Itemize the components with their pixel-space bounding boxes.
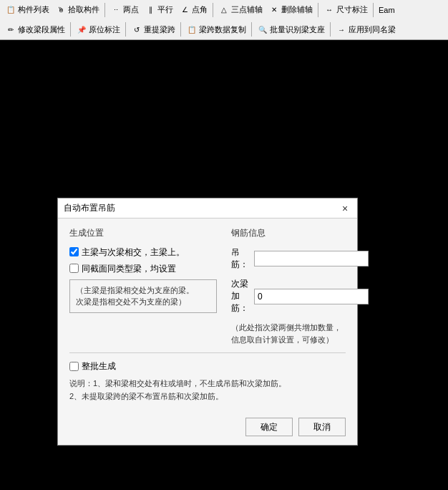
- hanger-label: 吊筋：: [231, 246, 248, 271]
- annotation-icon: 📌: [76, 24, 87, 35]
- secondary-rebar-input[interactable]: [254, 289, 369, 304]
- toolbar-dimension[interactable]: ↔ 尺寸标注: [321, 4, 370, 16]
- dialog-close-button[interactable]: ×: [339, 202, 351, 215]
- edit-icon: ✏: [5, 24, 16, 35]
- toolbar-three-point-aux[interactable]: △ 三点辅轴: [216, 4, 265, 16]
- toolbar-original-annotation[interactable]: 📌 原位标注: [74, 23, 122, 36]
- ok-button[interactable]: 确定: [245, 418, 293, 436]
- toolbar-apply-same-beam[interactable]: → 应用到同名梁: [333, 23, 398, 36]
- sep6: [125, 22, 126, 37]
- dialog-titlebar: 自动布置吊筋 ×: [58, 198, 357, 218]
- toolbar-pick-component[interactable]: 🖱 拾取构件: [53, 4, 102, 16]
- batch-generate-row: 整批生成: [69, 360, 346, 373]
- toolbar-modify-beam-props[interactable]: ✏ 修改梁段属性: [3, 23, 67, 36]
- re-extract-icon: ↺: [131, 24, 142, 35]
- note-text: （主梁是指梁相交处为支座的梁。次梁是指相交处不为支座的梁）: [76, 286, 194, 307]
- batch-generate-label: 整批生成: [82, 360, 116, 373]
- span-copy-icon: 📋: [186, 24, 198, 35]
- delete-aux-icon: ✕: [268, 4, 280, 16]
- secondary-rebar-label: 次梁加筋：: [231, 278, 248, 314]
- apply-icon: →: [336, 24, 347, 35]
- sep2: [213, 3, 213, 17]
- checkbox-same-section[interactable]: [69, 264, 79, 273]
- two-points-icon: ⋅⋅: [110, 4, 122, 16]
- dialog-title: 自动布置吊筋: [64, 202, 115, 214]
- checkbox1-label: 主梁与次梁相交，主梁上。: [82, 246, 185, 259]
- notes-section: 说明：1、梁和梁相交处有柱或墙时，不生成吊筋和次梁加筋。 2、未提取梁跨的梁不布…: [69, 377, 346, 403]
- toolbar-parallel[interactable]: ∥ 平行: [142, 4, 175, 16]
- right-section-title: 钢筋信息: [231, 227, 346, 239]
- hanger-input[interactable]: [254, 251, 369, 266]
- parallel-icon: ∥: [145, 4, 156, 16]
- sep1: [104, 3, 105, 17]
- checkbox2-label: 同截面同类型梁，均设置: [82, 263, 176, 275]
- secondary-rebar-field-row: 次梁加筋：: [231, 278, 346, 314]
- toolbar-row-1: 📋 构件列表 🖱 拾取构件 ⋅⋅ 两点 ∥ 平行 ∠ 点角 △ 三点辅轴 ✕ 删…: [0, 0, 448, 20]
- identify-icon: 🔍: [257, 24, 268, 35]
- pick-icon: 🖱: [55, 4, 67, 16]
- batch-generate-checkbox[interactable]: [69, 362, 79, 371]
- divider: [69, 352, 346, 353]
- toolbar-batch-identify[interactable]: 🔍 批量识别梁支座: [255, 23, 327, 36]
- cancel-button[interactable]: 取消: [298, 418, 346, 436]
- toolbar-re-extract[interactable]: ↺ 重提梁跨: [129, 23, 177, 36]
- dialog-footer: 确定 取消: [58, 412, 357, 445]
- toolbar: 📋 构件列表 🖱 拾取构件 ⋅⋅ 两点 ∥ 平行 ∠ 点角 △ 三点辅轴 ✕ 删…: [0, 0, 448, 40]
- dialog-auto-hanger: 自动布置吊筋 × 生成位置 主梁与次梁相交，主梁上。 同截面同类型梁，均设置: [57, 198, 358, 446]
- three-point-icon: △: [218, 4, 230, 16]
- dimension-icon: ↔: [323, 4, 335, 16]
- canvas-area: 自动布置吊筋 × 生成位置 主梁与次梁相交，主梁上。 同截面同类型梁，均设置: [0, 40, 448, 490]
- definition-note: （主梁是指梁相交处为支座的梁。次梁是指相交处不为支座的梁）: [69, 279, 217, 313]
- component-list-icon: 📋: [5, 4, 16, 16]
- dialog-left-section: 生成位置 主梁与次梁相交，主梁上。 同截面同类型梁，均设置 （主梁是指梁相交处为…: [69, 227, 217, 345]
- note-line-2: 2、未提取梁跨的梁不布置吊筋和次梁加筋。: [69, 390, 346, 403]
- sep4: [373, 3, 374, 17]
- toolbar-row-2: ✏ 修改梁段属性 📌 原位标注 ↺ 重提梁跨 📋 梁跨数据复制 🔍 批量识别梁支…: [0, 20, 448, 40]
- checkbox-row-2: 同截面同类型梁，均设置: [69, 263, 217, 275]
- toolbar-two-points[interactable]: ⋅⋅ 两点: [108, 4, 141, 16]
- toolbar-span-copy[interactable]: 📋 梁跨数据复制: [184, 23, 248, 36]
- toolbar-delete-aux[interactable]: ✕ 删除辅轴: [266, 4, 315, 16]
- checkbox-main-beam[interactable]: [69, 247, 79, 256]
- secondary-rebar-note: （此处指次梁两侧共增加数量，信息取自计算设置，可修改）: [231, 322, 346, 345]
- left-section-title: 生成位置: [69, 227, 217, 239]
- hanger-field-row: 吊筋：: [231, 246, 346, 271]
- dialog-columns: 生成位置 主梁与次梁相交，主梁上。 同截面同类型梁，均设置 （主梁是指梁相交处为…: [69, 227, 346, 345]
- dialog-right-section: 钢筋信息 吊筋： 次梁加筋： （此处指次梁两侧共增加数量，信息取自计算设置，可修…: [231, 227, 346, 345]
- note-line-1: 说明：1、梁和梁相交处有柱或墙时，不生成吊筋和次梁加筋。: [69, 377, 346, 390]
- sep3: [318, 3, 318, 17]
- toolbar-component-list[interactable]: 📋 构件列表: [3, 4, 52, 16]
- toolbar-eam[interactable]: Eam: [376, 5, 397, 15]
- sep7: [180, 22, 181, 37]
- sep5: [70, 22, 71, 37]
- angle-point-icon: ∠: [179, 4, 190, 16]
- dialog-body: 生成位置 主梁与次梁相交，主梁上。 同截面同类型梁，均设置 （主梁是指梁相交处为…: [58, 218, 357, 412]
- toolbar-angle-point[interactable]: ∠ 点角: [177, 4, 210, 16]
- sep8: [251, 22, 252, 37]
- checkbox-row-1: 主梁与次梁相交，主梁上。: [69, 246, 217, 259]
- sep9: [330, 22, 331, 37]
